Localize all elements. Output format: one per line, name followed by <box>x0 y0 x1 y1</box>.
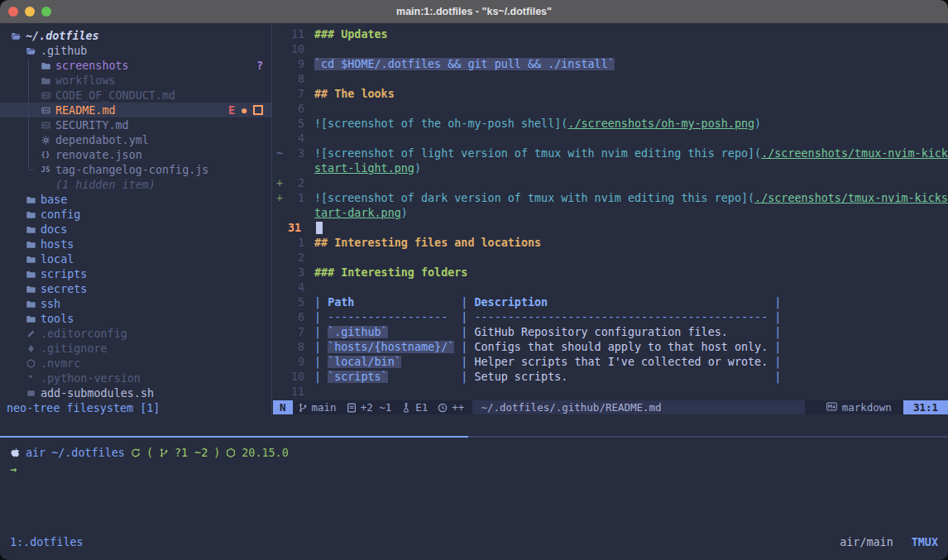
pane-divider-active[interactable] <box>0 436 468 438</box>
modified-dot-marker: ● <box>242 106 247 115</box>
text-segment: | <box>314 341 328 353</box>
line-text: | `hosts/{hostname}/` | Configs that sho… <box>314 341 781 356</box>
line-number: 2 <box>286 177 304 192</box>
tmux-window-label[interactable]: 1:.dotfiles <box>10 536 84 548</box>
editor-line[interactable]: 11### Updates <box>273 28 948 43</box>
line-number: 5 <box>286 296 304 311</box>
editor-line[interactable]: start-light.png) <box>273 162 948 177</box>
editor-line[interactable]: 11 <box>273 385 948 400</box>
tree-item-renovate-json[interactable]: {}renovate.json <box>0 147 271 162</box>
editor-line[interactable]: 7| `.github` | GitHub Repository configu… <box>273 326 948 341</box>
tree-item-dependabot-yml[interactable]: dependabot.yml <box>0 132 271 147</box>
text-segment: | <box>454 326 474 338</box>
git-untracked-badge: ? <box>256 60 263 72</box>
editor-buffer[interactable]: 11### Updates 10 9`cd $HOME/.dotfiles &&… <box>273 23 948 400</box>
tree-item-local[interactable]: local <box>0 251 271 266</box>
tree-item-ssh[interactable]: ssh <box>0 296 271 311</box>
tree-item--python-version[interactable]: *.python-version <box>0 371 271 385</box>
editor-line[interactable]: 10| `scripts` | Setup scripts. | <box>273 371 948 385</box>
neotree-panel[interactable]: ~/.dotfiles.githubscreenshots?workflowsC… <box>0 23 271 400</box>
editor-line[interactable]: 1## Interesting files and locations <box>273 237 948 251</box>
line-number: 10 <box>286 371 304 385</box>
editor-line[interactable]: 7## The looks <box>273 88 948 103</box>
editor-line[interactable]: 2 <box>273 251 948 266</box>
tree-item-add-submodules-sh[interactable]: add-submodules.sh <box>0 385 271 400</box>
line-text: `cd $HOME/.dotfiles && git pull && ./ins… <box>314 58 615 73</box>
tree-item-base[interactable]: base <box>0 192 271 207</box>
editor-line[interactable]: 6| ------------------ | ----------------… <box>273 311 948 326</box>
diagnostics-count: E1 <box>415 401 428 414</box>
editor-line[interactable]: 5![screenshot of the oh-my-posh shell](.… <box>273 117 948 132</box>
tree-item-readme-md[interactable]: README.mdE● <box>0 103 271 117</box>
editor-line[interactable]: 4 <box>273 281 948 296</box>
tree-item--nvmrc[interactable]: .nvmrc <box>0 356 271 371</box>
line-text <box>316 222 323 237</box>
text-segment: | <box>454 371 474 383</box>
git-branch-icon <box>159 448 169 458</box>
editor-line[interactable]: 6 <box>273 103 948 117</box>
editor-line[interactable]: tart-dark.png) <box>273 207 948 222</box>
pen-icon <box>25 329 36 338</box>
editor-line[interactable]: 8| `hosts/{hostname}/` | Configs that sh… <box>273 341 948 356</box>
tree-item-docs[interactable]: docs <box>0 222 271 237</box>
gutter-sign-empty <box>273 356 286 371</box>
line-text: ![screenshot of the oh-my-posh shell](./… <box>314 117 761 132</box>
tree-item--gitignore[interactable]: .gitignore <box>0 341 271 356</box>
editor-line[interactable]: +1![screenshot of dark version of tmux w… <box>273 192 948 207</box>
editor-line[interactable]: 8 <box>273 73 948 88</box>
line-number: 1 <box>286 192 304 207</box>
asterisk-icon: * <box>25 374 36 382</box>
editor-line[interactable]: 9| `local/bin` | Helper scripts that I'v… <box>273 356 948 371</box>
tree-item-hosts[interactable]: hosts <box>0 237 271 251</box>
line-text: tart-dark.png) <box>314 207 408 222</box>
gutter-sign-empty <box>273 266 286 281</box>
tree-item-tag-changelog-config-js[interactable]: JStag-changelog-config.js <box>0 162 271 177</box>
text-segment: tart-dark.png <box>314 207 401 219</box>
tree-item-config[interactable]: config <box>0 207 271 222</box>
tree-item--dotfiles[interactable]: ~/.dotfiles <box>0 28 271 43</box>
tree-item--editorconfig[interactable]: .editorconfig <box>0 326 271 341</box>
tree-item--1-hidden-item-[interactable]: (1 hidden item) <box>0 177 271 192</box>
tree-item-scripts[interactable]: scripts <box>0 266 271 281</box>
gutter-sign: + <box>273 177 286 192</box>
tree-item-workflows[interactable]: workflows <box>0 73 271 88</box>
tree-item-screenshots[interactable]: screenshots? <box>0 58 271 73</box>
markdown-icon <box>826 401 837 414</box>
zoom-button[interactable] <box>41 7 51 17</box>
minimize-button[interactable] <box>25 7 35 17</box>
editor-line[interactable]: 5| Path | Description | <box>273 296 948 311</box>
editor-line[interactable]: 9`cd $HOME/.dotfiles && git pull && ./in… <box>273 58 948 73</box>
tree-item--github[interactable]: .github <box>0 43 271 58</box>
hex-icon <box>25 359 36 368</box>
editor-line[interactable]: 4 <box>273 132 948 147</box>
folder-icon <box>25 314 36 323</box>
editor-line[interactable]: 10 <box>273 43 948 58</box>
file-markers: E● <box>228 104 263 117</box>
gutter-sign-empty <box>273 237 286 251</box>
editor-line[interactable]: 31 <box>273 222 948 237</box>
tree-item-label: tools <box>41 313 74 325</box>
tree-item-secrets[interactable]: secrets <box>0 281 271 296</box>
text-segment: ![screenshot of light version of tmux wi… <box>314 147 761 160</box>
diamond-icon <box>25 344 36 353</box>
pane-divider[interactable] <box>468 436 948 438</box>
text-segment <box>354 296 454 309</box>
tree-item-code-of-conduct-md[interactable]: CODE_OF_CONDUCT.md <box>0 88 271 103</box>
gutter-sign-empty <box>273 251 286 266</box>
text-segment: | ------------------ | -----------------… <box>314 311 781 323</box>
editor-line[interactable]: 3### Interesting folders <box>273 266 948 281</box>
text-segment: | <box>454 356 474 368</box>
text-segment: ./screenshots/tmux-nvim-kick <box>761 147 948 160</box>
shell-prompt: air ~/.dotfiles ( ?1 ~2 ) 20.15.0 <box>10 445 289 460</box>
shell-input-line[interactable]: → <box>10 462 17 476</box>
editor-line[interactable]: ~3![screenshot of light version of tmux … <box>273 147 948 162</box>
tree-item-security-md[interactable]: SECURITY.md <box>0 117 271 132</box>
text-segment: ./screenshots/tmux-nvim-kicks <box>754 192 948 204</box>
close-button[interactable] <box>8 7 18 17</box>
text-segment: `cd $HOME/.dotfiles && git pull && ./ins… <box>314 58 615 70</box>
tmux-session-label: air/main <box>840 536 893 548</box>
editor-line[interactable]: +2 <box>273 177 948 192</box>
tree-item-tools[interactable]: tools <box>0 311 271 326</box>
statusline: N main +2 ~1 E1 ++ ~/.dotfiles/.github/R… <box>273 400 948 414</box>
cursor-position: 31:1 <box>903 400 948 414</box>
